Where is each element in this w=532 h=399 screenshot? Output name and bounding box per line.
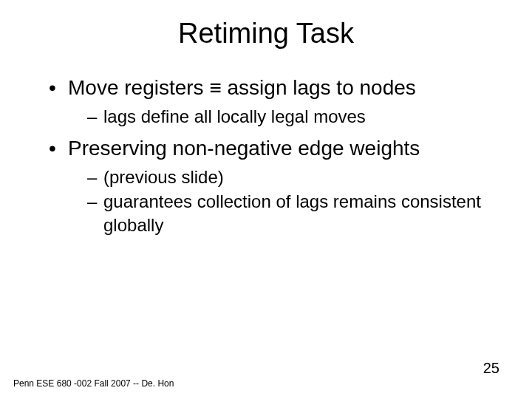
slide: Retiming Task Move registers ≡ assign la… xyxy=(0,0,532,399)
bullet-item: Preserving non-negative edge weights (pr… xyxy=(49,135,502,236)
sub-bullet-item: guarantees collection of lags remains co… xyxy=(87,190,502,236)
sub-bullet-item: lags define all locally legal moves xyxy=(87,105,502,128)
bullet-item: Move registers ≡ assign lags to nodes la… xyxy=(49,75,502,128)
page-number: 25 xyxy=(483,360,499,377)
sub-bullet-item: (previous slide) xyxy=(87,166,502,188)
bullet-text: Move registers ≡ assign lags to nodes xyxy=(68,76,416,99)
slide-title: Retiming Task xyxy=(30,18,502,50)
sub-bullet-text: guarantees collection of lags remains co… xyxy=(103,191,481,234)
bullet-text: Preserving non-negative edge weights xyxy=(68,137,420,160)
sub-bullet-text: (previous slide) xyxy=(103,167,224,187)
bullet-list: Move registers ≡ assign lags to nodes la… xyxy=(30,75,502,236)
sub-bullet-list: (previous slide) guarantees collection o… xyxy=(68,166,502,236)
sub-bullet-list: lags define all locally legal moves xyxy=(68,105,502,128)
sub-bullet-text: lags define all locally legal moves xyxy=(103,106,366,126)
slide-footer: Penn ESE 680 -002 Fall 2007 -- De. Hon xyxy=(13,378,174,389)
